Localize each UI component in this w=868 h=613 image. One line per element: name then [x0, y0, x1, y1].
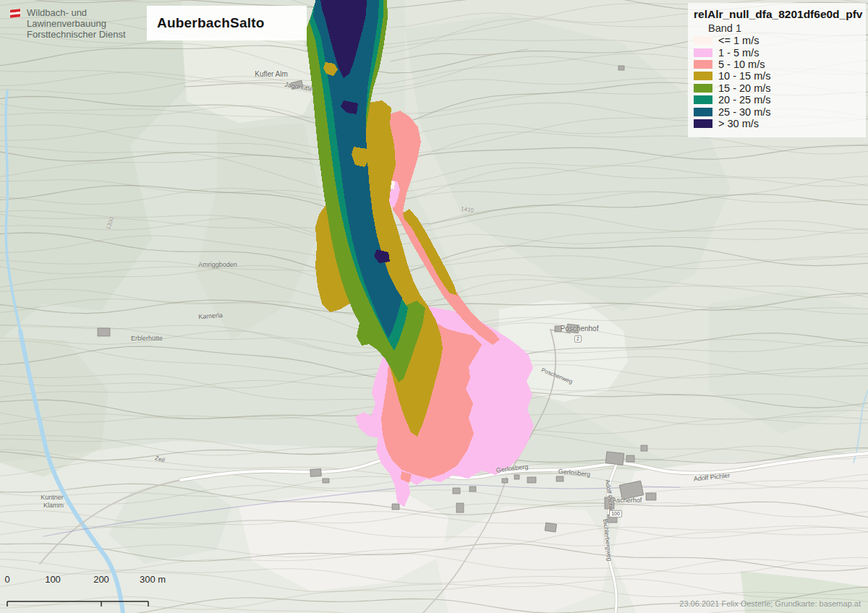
legend-item: 20 - 25 m/s — [694, 94, 866, 106]
legend-item: <= 1 m/s — [694, 35, 866, 46]
page-title: AuberbachSalto — [147, 15, 265, 31]
legend-swatch — [694, 36, 712, 45]
legend-panel: relAlr_null_dfa_8201df6e0d_pfv Band 1 <=… — [688, 3, 866, 137]
legend-item: 15 - 20 m/s — [694, 82, 866, 94]
legend-item: 1 - 5 m/s — [694, 46, 866, 58]
scale-bar-line — [4, 573, 185, 609]
legend-swatch — [694, 108, 712, 116]
legend-swatch — [694, 72, 712, 80]
legend-label: 15 - 20 m/s — [718, 82, 771, 94]
legend-label: <= 1 m/s — [718, 35, 759, 46]
legend-swatch — [694, 60, 712, 69]
legend-swatch — [694, 119, 712, 128]
legend-label: 25 - 30 m/s — [718, 106, 771, 118]
austria-flag-icon — [10, 9, 20, 17]
legend-label: 5 - 10 m/s — [718, 59, 765, 70]
legend-item: 25 - 30 m/s — [694, 106, 866, 117]
legend-label: 20 - 25 m/s — [718, 94, 771, 106]
scale-bar: 0 100 200 300 m — [4, 573, 185, 609]
legend-swatch — [694, 95, 712, 104]
org-line: Wildbach- und — [27, 7, 126, 18]
attribution: 23.06.2021 Felix Oesterle; Grundkarte: b… — [679, 599, 861, 608]
legend-label: 1 - 5 m/s — [718, 47, 759, 59]
legend-title: relAlr_null_dfa_8201df6e0d_pfv — [694, 8, 866, 21]
legend-swatch — [694, 84, 712, 93]
map-title-box: AuberbachSalto — [147, 6, 307, 40]
legend-label: 10 - 15 m/s — [718, 70, 771, 82]
legend-item: > 30 m/s — [694, 118, 866, 129]
legend-swatch — [694, 48, 712, 57]
org-name: Wildbach- und Lawinenverbauung Forsttech… — [27, 7, 126, 40]
org-line: Forsttechnischer Dienst — [27, 29, 126, 40]
legend-band-label: Band 1 — [708, 22, 866, 34]
org-logo: Wildbach- und Lawinenverbauung Forsttech… — [10, 7, 126, 40]
legend-item: 10 - 15 m/s — [694, 70, 866, 82]
legend-item: 5 - 10 m/s — [694, 59, 866, 70]
legend-label: > 30 m/s — [718, 118, 759, 129]
org-line: Lawinenverbauung — [27, 18, 126, 29]
